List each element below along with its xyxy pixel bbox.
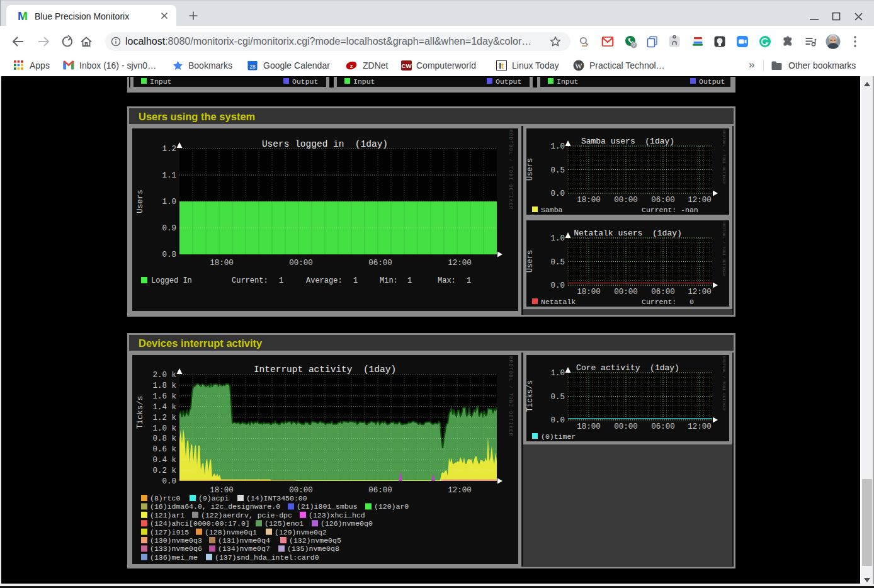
svg-text:Netatalk users (1day): Netatalk users (1day) <box>574 229 682 238</box>
svg-text:(134)nvme0q7: (134)nvme0q7 <box>218 545 270 553</box>
svg-text:Samba: Samba <box>541 206 563 214</box>
svg-text:(124)ahci[0000:00:17.0]: (124)ahci[0000:00:17.0] <box>150 519 250 528</box>
svg-text:1.0 k: 1.0 k <box>152 424 176 433</box>
svg-text:Current: 0: Current: 0 <box>642 298 694 306</box>
svg-text:00:00: 00:00 <box>289 259 313 268</box>
svg-text:(16)idma64.0, i2c_designware.0: (16)idma64.0, i2c_designware.0 <box>150 502 280 511</box>
svg-text:z: z <box>350 63 353 69</box>
svg-text:Input: Input <box>557 77 579 86</box>
svg-text:06:00: 06:00 <box>368 486 392 495</box>
svg-text:0.9: 0.9 <box>162 224 176 233</box>
svg-text:Output: Output <box>699 77 725 86</box>
svg-text:Samba users (1day): Samba users (1day) <box>581 137 674 146</box>
svg-text:0.8: 0.8 <box>162 251 176 259</box>
svg-text:1.6 k: 1.6 k <box>152 392 176 401</box>
svg-text:06:00: 06:00 <box>651 288 675 297</box>
svg-text:0.0: 0.0 <box>162 477 176 486</box>
svg-text:(120)ar0: (120)ar0 <box>374 502 409 511</box>
svg-text:18:00: 18:00 <box>577 288 601 297</box>
svg-text:Users: Users <box>526 158 535 181</box>
svg-text:Input: Input <box>353 77 375 86</box>
svg-text:1: 1 <box>279 276 283 285</box>
svg-text:(126)nvme0q0: (126)nvme0q0 <box>321 519 373 528</box>
svg-text:(136)mei_me: (136)mei_me <box>150 553 198 562</box>
svg-text:(0)timer: (0)timer <box>541 433 576 441</box>
svg-text:12:00: 12:00 <box>448 259 472 268</box>
svg-text:0.0: 0.0 <box>550 189 565 198</box>
svg-text:0.8 k: 0.8 k <box>152 434 176 443</box>
svg-text:12:00: 12:00 <box>688 288 712 297</box>
svg-text:(21)i801_smbus: (21)i801_smbus <box>297 502 358 511</box>
svg-text:00:00: 00:00 <box>614 422 638 431</box>
svg-text:18:00: 18:00 <box>210 486 234 495</box>
svg-text:1: 1 <box>467 276 471 285</box>
svg-text:(128)nvme0q1: (128)nvme0q1 <box>205 528 257 536</box>
svg-text:(123)xhci_hcd: (123)xhci_hcd <box>309 511 365 519</box>
svg-text:Logged In: Logged In <box>151 276 192 285</box>
svg-text:00:00: 00:00 <box>614 196 638 205</box>
svg-text:(125)eno1: (125)eno1 <box>264 519 304 528</box>
svg-text:(9)acpi: (9)acpi <box>198 494 229 502</box>
svg-text:(14)INT3450:00: (14)INT3450:00 <box>246 494 307 502</box>
svg-text:06:00: 06:00 <box>651 196 675 205</box>
svg-text:1.4 k: 1.4 k <box>152 403 176 412</box>
svg-text:0.6 k: 0.6 k <box>152 445 176 454</box>
svg-text:W: W <box>575 62 582 71</box>
svg-text:28: 28 <box>249 64 256 70</box>
svg-text:1: 1 <box>353 276 358 285</box>
svg-text:0.5: 0.5 <box>550 393 565 402</box>
svg-text:Ticks/s: Ticks/s <box>136 396 145 429</box>
svg-text:0.4 k: 0.4 k <box>152 456 176 465</box>
svg-text:2.0 k: 2.0 k <box>152 371 176 380</box>
svg-text:1.0: 1.0 <box>550 142 565 151</box>
svg-text:1.1: 1.1 <box>162 171 176 180</box>
svg-text:00:00: 00:00 <box>289 486 313 495</box>
svg-text:Average:: Average: <box>306 276 343 285</box>
svg-text:Users: Users <box>136 189 145 213</box>
svg-text:Current: -nan: Current: -nan <box>642 206 698 214</box>
svg-text:t: t <box>501 62 504 71</box>
svg-text:1.0: 1.0 <box>550 234 565 243</box>
svg-text:1.2 k: 1.2 k <box>152 414 176 422</box>
svg-text:M: M <box>18 10 28 22</box>
svg-text:Current:: Current: <box>232 276 268 285</box>
svg-text:(121)ar1: (121)ar1 <box>150 511 184 519</box>
svg-text:(131)nvme0q4: (131)nvme0q4 <box>218 536 270 545</box>
svg-text:0.0: 0.0 <box>550 281 565 290</box>
svg-text:0.0: 0.0 <box>550 416 565 425</box>
svg-text:(130)nvme0q3: (130)nvme0q3 <box>150 536 202 545</box>
svg-text:1: 1 <box>407 276 412 285</box>
svg-text:Min:: Min: <box>380 276 398 285</box>
svg-text:0.2 k: 0.2 k <box>152 466 176 475</box>
svg-text:Interrupt activity (1day): Interrupt activity (1day) <box>254 365 396 375</box>
svg-text:Netatalk: Netatalk <box>541 298 576 306</box>
svg-text:06:00: 06:00 <box>651 422 675 431</box>
svg-text:18:00: 18:00 <box>577 422 601 431</box>
svg-text:18:00: 18:00 <box>577 196 601 205</box>
svg-text:Users logged in (1day): Users logged in (1day) <box>262 139 388 149</box>
svg-text:0.5: 0.5 <box>550 258 565 267</box>
svg-text:Output: Output <box>496 77 521 86</box>
svg-text:1.8 k: 1.8 k <box>152 382 176 390</box>
svg-text:1.2: 1.2 <box>162 145 176 154</box>
svg-text:Core activity (1day): Core activity (1day) <box>576 363 679 373</box>
svg-text:12:00: 12:00 <box>688 196 712 205</box>
svg-text:(127)i915: (127)i915 <box>150 528 189 536</box>
svg-text:(122)aerdrv, pcie-dpc: (122)aerdrv, pcie-dpc <box>201 511 292 519</box>
svg-text:(133)nvme0q6: (133)nvme0q6 <box>150 545 202 553</box>
svg-text:18:00: 18:00 <box>210 259 234 268</box>
svg-text:06:00: 06:00 <box>368 259 392 268</box>
svg-text:12:00: 12:00 <box>688 422 712 431</box>
svg-text:(129)nvme0q2: (129)nvme0q2 <box>275 528 327 536</box>
svg-text:Output: Output <box>292 77 318 86</box>
svg-text:(137)snd_hda_intel:card0: (137)snd_hda_intel:card0 <box>215 553 319 562</box>
svg-text:(8)rtc0: (8)rtc0 <box>150 494 180 502</box>
svg-text:Users: Users <box>526 250 535 273</box>
svg-text:(135)nvme0q8: (135)nvme0q8 <box>287 545 339 553</box>
svg-text:00:00: 00:00 <box>614 288 638 297</box>
svg-text:Input: Input <box>150 77 172 86</box>
svg-text:CW: CW <box>402 62 412 69</box>
svg-text:1.0: 1.0 <box>550 369 565 378</box>
svg-text:?: ? <box>632 42 635 48</box>
svg-text:Max:: Max: <box>438 276 456 285</box>
